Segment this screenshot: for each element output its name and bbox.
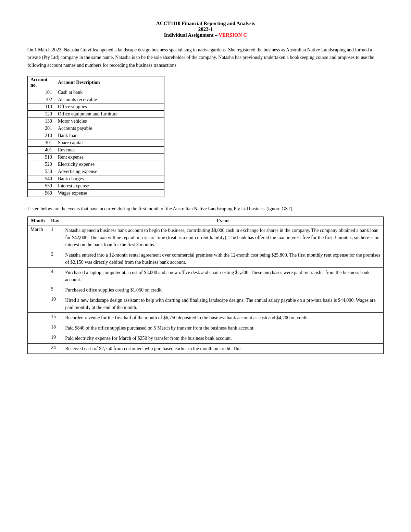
event-row: 19 Paid electricity expense for March of… [28, 333, 384, 343]
event-day: 18 [48, 323, 62, 333]
event-description: Paid $840 of the office supplies purchas… [62, 323, 384, 333]
account-row: 401 Revenue [28, 147, 164, 154]
header-line1: ACCT1110 Financial Reporting and Analysi… [27, 21, 384, 26]
event-description: Natasha opened a business bank account t… [62, 225, 384, 250]
account-description: Share capital [55, 139, 164, 147]
event-month [28, 333, 48, 343]
event-month [28, 285, 48, 295]
account-row: 201 Accounts payable [28, 125, 164, 132]
account-number: 301 [28, 139, 55, 147]
event-row: March 1 Natasha opened a business bank a… [28, 225, 384, 250]
account-number: 530 [28, 168, 55, 175]
account-row: 120 Office equipment and furniture [28, 111, 164, 118]
account-row: 101 Cash at bank [28, 89, 164, 96]
events-table: Month Day Event March 1 Natasha opened a… [27, 216, 384, 354]
page-header: ACCT1110 Financial Reporting and Analysi… [27, 21, 384, 38]
account-number: 130 [28, 118, 55, 125]
account-number: 560 [28, 190, 55, 197]
event-description: Received cash of $2,750 from customers w… [62, 343, 384, 354]
header-line2: 2023-1 [27, 26, 384, 32]
events-intro: Listed below are the events that have oc… [27, 205, 384, 213]
account-description: Office supplies [55, 103, 164, 111]
event-day: 5 [48, 285, 62, 295]
event-row: 2 Natasha entered into a 12-month rental… [28, 250, 384, 267]
account-number: 101 [28, 89, 55, 96]
account-row: 110 Office supplies [28, 103, 164, 111]
event-description: Recorded revenue for the first half of t… [62, 312, 384, 323]
event-row: 5 Purchased office supplies costing $1,0… [28, 285, 384, 295]
events-col3-header: Event [62, 216, 384, 225]
event-row: 10 Hired a new landscape design assistan… [28, 295, 384, 312]
account-number: 201 [28, 125, 55, 132]
account-description: Accounts payable [55, 125, 164, 132]
account-description: Accounts receivable [55, 96, 164, 103]
account-row: 510 Rent expense [28, 154, 164, 161]
accounts-col2-header: Account Description [55, 76, 164, 89]
events-col1-header: Month [28, 216, 48, 225]
account-description: Motor vehicles [55, 118, 164, 125]
account-number: 510 [28, 154, 55, 161]
event-description: Purchased a laptop computer at a cost of… [62, 267, 384, 285]
account-row: 301 Share capital [28, 139, 164, 147]
account-row: 560 Wages expense [28, 190, 164, 197]
account-row: 550 Interest expense [28, 183, 164, 190]
account-row: 130 Motor vehicles [28, 118, 164, 125]
header-line3-prefix: Individual Assignment – [164, 32, 219, 38]
account-number: 401 [28, 147, 55, 154]
event-month [28, 250, 48, 267]
events-col2-header: Day [48, 216, 62, 225]
event-row: 18 Paid $840 of the office supplies purc… [28, 323, 384, 333]
account-row: 520 Electricity expense [28, 161, 164, 168]
account-description: Bank loan [55, 132, 164, 139]
account-number: 520 [28, 161, 55, 168]
account-description: Wages expense [55, 190, 164, 197]
event-description: Natasha entered into a 12-month rental a… [62, 250, 384, 267]
event-day: 1 [48, 225, 62, 250]
event-row: 4 Purchased a laptop computer at a cost … [28, 267, 384, 285]
account-number: 120 [28, 111, 55, 118]
account-row: 210 Bank loan [28, 132, 164, 139]
account-description: Revenue [55, 147, 164, 154]
event-month [28, 343, 48, 354]
account-description: Electricity expense [55, 161, 164, 168]
event-day: 2 [48, 250, 62, 267]
event-month [28, 323, 48, 333]
account-row: 530 Advertising expense [28, 168, 164, 175]
account-description: Bank charges [55, 175, 164, 183]
account-row: 102 Accounts receivable [28, 96, 164, 103]
intro-paragraph: On 1 March 2023, Natasha Grevillea opene… [27, 46, 384, 69]
event-day: 4 [48, 267, 62, 285]
account-number: 102 [28, 96, 55, 103]
header-line3: Individual Assignment – VERSION C [27, 32, 384, 38]
account-row: 540 Bank charges [28, 175, 164, 183]
event-day: 19 [48, 333, 62, 343]
event-description: Hired a new landscape design assistant t… [62, 295, 384, 312]
account-description: Interest expense [55, 183, 164, 190]
accounts-col1-header: Account no. [28, 76, 55, 89]
event-month [28, 295, 48, 312]
event-row: 15 Recorded revenue for the first half o… [28, 312, 384, 323]
event-description: Purchased office supplies costing $1,050… [62, 285, 384, 295]
account-number: 550 [28, 183, 55, 190]
account-number: 540 [28, 175, 55, 183]
event-month [28, 312, 48, 323]
event-row: 24 Received cash of $2,750 from customer… [28, 343, 384, 354]
account-description: Cash at bank [55, 89, 164, 96]
account-description: Office equipment and furniture [55, 111, 164, 118]
event-month: March [28, 225, 48, 250]
account-description: Advertising expense [55, 168, 164, 175]
account-description: Rent expense [55, 154, 164, 161]
event-day: 15 [48, 312, 62, 323]
account-number: 210 [28, 132, 55, 139]
event-day: 24 [48, 343, 62, 354]
event-month [28, 267, 48, 285]
accounts-table: Account no. Account Description 101 Cash… [27, 76, 164, 197]
header-version: VERSION C [219, 32, 247, 38]
account-number: 110 [28, 103, 55, 111]
event-description: Paid electricity expense for March of $2… [62, 333, 384, 343]
event-day: 10 [48, 295, 62, 312]
